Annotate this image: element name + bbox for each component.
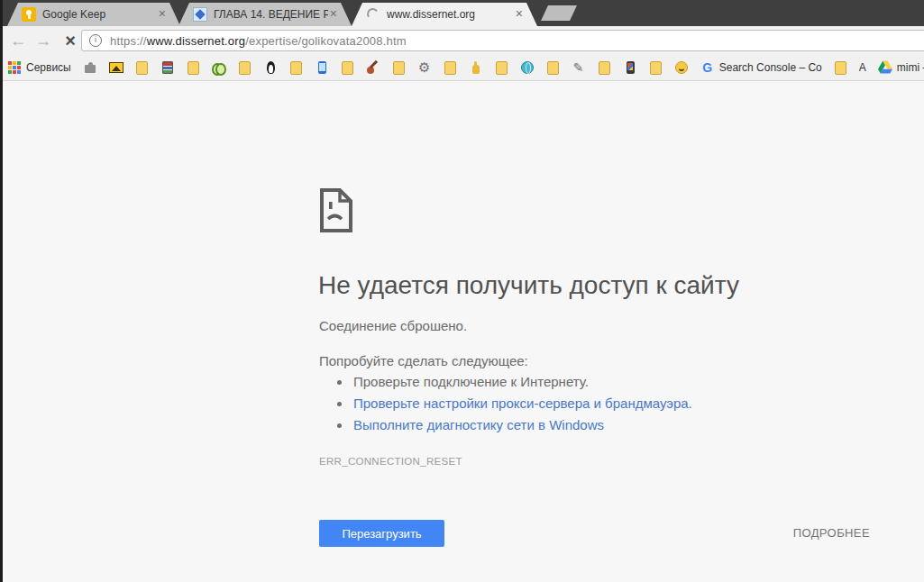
page-info-icon[interactable] [89,34,102,47]
bookmark-item[interactable] [289,61,303,75]
bookmark-apps[interactable]: Сервисы [7,60,71,75]
sad-page-icon [319,187,353,237]
suggestion-item: Проверьте настройки прокси-сервера и бра… [319,393,692,414]
google-g-icon [700,60,715,75]
tab-strip: Google Keep × ГЛАВА 14. ВЕДЕНИЕ РОД × ww… [0,0,924,26]
proxy-settings-link[interactable]: Проверьте настройки прокси-сервера и бра… [353,396,692,411]
bookmark-globe[interactable] [520,60,535,75]
bookmark-photos[interactable] [109,60,124,75]
bookmark-hand[interactable] [469,60,483,75]
gear-icon [417,60,432,75]
loading-spinner-icon [366,7,380,21]
bookmark-a[interactable]: A [859,61,866,74]
bookmark-library[interactable] [160,60,175,75]
browser-window: Google Keep × ГЛАВА 14. ВЕДЕНИЕ РОД × ww… [0,0,924,582]
bookmark-item[interactable] [238,61,252,75]
stop-button[interactable]: × [59,30,81,51]
bookmark-label: mimi – [897,61,924,74]
note-icon [599,61,610,75]
suggestion-item: Проверьте подключение к Интернету. [319,371,692,393]
note-icon [650,61,662,75]
bookmark-penguin[interactable] [263,60,278,75]
note-icon [496,61,508,75]
new-tab-button[interactable] [541,5,577,21]
bullet-icon [337,402,342,406]
error-title: Не удается получить доступ к сайту [318,271,739,300]
close-icon[interactable]: × [516,6,523,21]
bookmark-item[interactable] [341,61,354,75]
guitar-icon [366,60,380,75]
bookmark-item[interactable] [392,61,406,75]
suggestion-text: Проверьте подключение к Интернету. [353,374,589,389]
note-icon [290,61,302,75]
note-icon [342,61,353,75]
puzzle-icon [83,60,97,75]
bookmark-smiley[interactable] [674,60,689,75]
suggestions-list: Проверьте подключение к Интернету. Прове… [319,371,692,436]
mobile-icon [623,60,637,75]
tab-title: www.dissernet.org [387,8,514,21]
navigation-toolbar: ← → × https://www.dissernet.org/expertis… [0,26,924,55]
bookmark-item[interactable] [135,61,149,75]
close-icon[interactable]: × [330,6,337,21]
note-icon [239,61,251,75]
hand-icon [469,60,483,75]
window-edge [0,0,3,582]
note-icon [547,61,559,75]
blue-document-icon [193,7,207,22]
globe-icon [520,60,535,75]
bookmark-item[interactable] [546,61,560,75]
tab-dissernet-active[interactable]: www.dissernet.org × [352,3,537,26]
network-diagnostics-link[interactable]: Выполните диагностику сети в Windows [353,417,604,432]
google-drive-icon [878,60,892,75]
error-code: ERR_CONNECTION_RESET [319,456,462,467]
note-icon [835,61,846,75]
url-text: https://www.dissernet.org/expertise/goli… [110,34,407,48]
bookmark-guitar[interactable] [366,60,380,75]
tab-title: ГЛАВА 14. ВЕДЕНИЕ РОД [214,8,328,21]
bookmark-settings[interactable] [417,60,432,75]
note-icon [393,61,405,75]
penguin-icon [263,60,278,75]
error-message: Соединение сброшено. [319,318,467,333]
bookmark-item[interactable] [649,61,663,75]
tab-glava-14[interactable]: ГЛАВА 14. ВЕДЕНИЕ РОД × [178,3,352,26]
reload-button[interactable]: Перезагрузить [319,520,444,547]
bookmark-item[interactable] [444,61,457,75]
bookmark-binoculars[interactable] [212,60,226,75]
tab-title: Google Keep [42,8,157,21]
details-button[interactable]: ПОДРОБНЕЕ [793,526,870,540]
apps-grid-icon [7,60,22,75]
pencil-icon [572,60,586,75]
bookmark-phone[interactable] [315,60,329,75]
address-bar[interactable]: https://www.dissernet.org/expertise/goli… [81,30,924,51]
picture-icon [109,60,124,75]
smiley-icon [674,60,689,75]
google-keep-icon [22,7,36,22]
bookmark-item[interactable] [598,61,611,75]
bookmark-extension[interactable] [83,60,97,75]
forward-button[interactable]: → [32,30,54,51]
bookmark-item[interactable] [834,61,847,75]
bookmarks-bar: Сервисы Search Console – Co A [0,55,924,81]
suggestion-item: Выполните диагностику сети в Windows [319,414,692,436]
bookmark-item[interactable] [187,61,200,75]
bullet-icon [337,380,342,385]
bookmark-label: A [859,61,866,74]
close-icon[interactable]: × [159,6,166,21]
note-icon [136,61,148,75]
bullet-icon [337,423,342,428]
back-button[interactable]: ← [7,30,29,51]
bookmark-edit[interactable] [572,60,586,75]
bookmark-mobile[interactable] [623,60,637,75]
bookmark-item[interactable] [495,61,508,75]
note-icon [188,61,199,75]
books-icon [160,60,175,75]
tab-google-keep[interactable]: Google Keep × [7,3,180,26]
bookmark-search-console[interactable]: Search Console – Co [700,60,822,75]
binoculars-icon [212,60,226,75]
bookmark-drive-mimi[interactable]: mimi – [878,60,924,75]
phone-icon [315,60,329,75]
bookmark-label: Сервисы [26,61,71,74]
suggestions-header: Попробуйте сделать следующее: [319,353,528,368]
